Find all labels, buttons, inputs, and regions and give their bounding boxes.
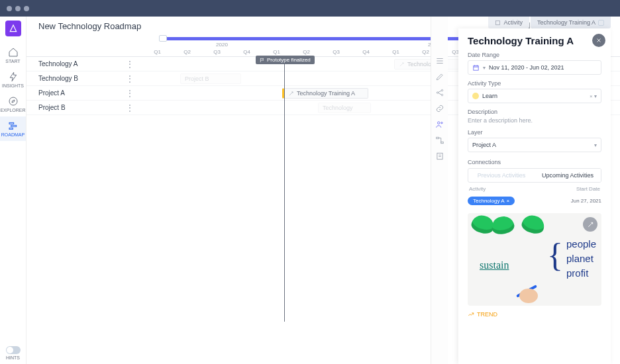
row-menu-icon[interactable]: ⋮ [126,63,134,66]
sidebar-label: START [5,59,20,64]
svg-rect-3 [9,128,13,129]
flow-icon[interactable] [435,136,444,145]
arrow-up-right-icon [288,91,294,97]
row-label[interactable]: Project A [38,89,65,97]
pencil-icon[interactable] [435,72,444,81]
share-icon[interactable] [435,88,444,97]
close-icon [595,37,602,44]
app-logo[interactable] [5,21,21,36]
thumb-text-words: people planet profit [566,237,596,281]
sidebar-label: EXPLORER [0,108,25,113]
trend-tag[interactable]: TREND [468,311,601,318]
compass-icon [8,96,19,107]
svg-rect-2 [11,125,16,126]
layer-label: Layer [468,129,601,136]
tab-upcoming-activities[interactable]: Upcoming Activities [535,169,601,182]
hand-pen-icon [515,283,542,303]
sidebar-item-start[interactable]: START [0,43,26,68]
svg-rect-9 [436,137,439,138]
detail-panel: Technology Training A Date Range ▾ Nov 1… [458,28,611,364]
toggle-icon [6,346,21,354]
sidebar: START INSIGHTS EXPLORER ROADMAP HINTS [0,17,26,364]
row-menu-icon[interactable]: ⋮ [126,92,134,95]
expand-button[interactable] [583,217,597,232]
detail-breadcrumb: Activity Technology Training A [487,17,611,28]
svg-point-6 [441,94,442,95]
zoom-handle[interactable] [159,35,167,42]
svg-point-0 [9,97,17,105]
right-tool-rail [431,17,448,364]
close-tab-icon[interactable] [598,20,604,26]
row-menu-icon[interactable]: ⋮ [126,107,134,109]
list-icon[interactable] [435,56,444,66]
trend-icon [468,311,474,318]
svg-rect-1 [9,122,14,124]
type-color-icon [472,93,479,99]
layer-field[interactable]: Project A ▾ [468,138,601,152]
traffic-light-close[interactable] [7,6,12,11]
connection-row: Technology A× Jun 27, 2021 [468,195,601,206]
tab-activity[interactable]: Activity [488,17,529,28]
activity-bar[interactable]: Technology [318,103,371,113]
connections-tabs: Previous Activities Upcoming Activities [468,168,601,183]
roadmap-icon [8,120,19,131]
users-icon[interactable] [435,120,444,129]
hints-label: HINTS [6,355,20,360]
chevron-down-icon: ▾ [483,65,486,71]
row-menu-icon[interactable]: ⋮ [126,77,134,80]
page-title: New Technology Roadmap [38,21,141,31]
sidebar-label: ROADMAP [1,132,25,137]
sidebar-item-insights[interactable]: INSIGHTS [0,68,26,92]
activity-icon [399,62,405,68]
row-label[interactable]: Project B [38,104,66,111]
activity-bar[interactable]: Project B [180,73,241,84]
traffic-light-min[interactable] [15,6,21,11]
hints-toggle[interactable]: HINTS [6,341,21,364]
date-range-field[interactable]: ▾ Nov 11, 2020 - Jun 02, 2021 [468,60,601,75]
bolt-icon [8,71,19,82]
expand-icon [587,221,594,228]
svg-point-5 [441,89,442,91]
activity-type-label: Activity Type [468,80,601,87]
svg-rect-11 [437,153,442,159]
description-input[interactable]: Enter a description here. [468,117,601,124]
connections-header: Activity Start Date [468,183,601,195]
close-panel-button[interactable] [592,34,605,47]
brace-icon: { [547,236,563,274]
clear-icon[interactable]: × ▾ [590,93,597,99]
svg-rect-10 [440,142,443,143]
svg-point-4 [437,92,438,93]
activity-type-field[interactable]: Learn × ▾ [468,89,601,103]
playhead-line [284,57,285,322]
sidebar-item-roadmap[interactable]: ROADMAP [0,116,26,141]
flag-icon [260,58,265,63]
activity-bar-selected[interactable]: Technology Training A [282,88,368,99]
link-icon[interactable] [435,104,444,113]
tab-previous-activities[interactable]: Previous Activities [468,169,535,182]
content-area: New Technology Roadmap ITONICS Demo Spac… [26,17,620,364]
traffic-light-max[interactable] [24,6,29,11]
description-label: Description [468,109,601,115]
svg-rect-13 [474,66,478,70]
thumb-text-sustain: sustain [480,259,509,271]
panel-title: Technology Training A [468,35,601,46]
tab-detail[interactable]: Technology Training A [531,17,611,28]
home-icon [8,47,19,58]
sidebar-item-explorer[interactable]: EXPLORER [0,92,26,116]
preview-card[interactable]: sustain { people planet profit [468,213,601,306]
chevron-down-icon: ▾ [594,142,597,148]
connection-chip[interactable]: Technology A× [468,197,515,205]
note-icon[interactable] [435,152,444,161]
row-label[interactable]: Technology B [38,75,78,82]
date-range-label: Date Range [468,52,601,58]
svg-point-7 [437,122,440,124]
milestone-marker[interactable]: Prototype finalized [256,56,315,64]
activity-tab-icon [495,20,501,26]
remove-chip-icon[interactable]: × [507,198,510,204]
row-label[interactable]: Technology A [38,60,78,68]
window-titlebar [0,0,620,17]
calendar-icon [472,64,480,71]
svg-rect-12 [496,21,500,24]
svg-point-8 [440,122,442,124]
connections-label: Connections [468,159,601,165]
